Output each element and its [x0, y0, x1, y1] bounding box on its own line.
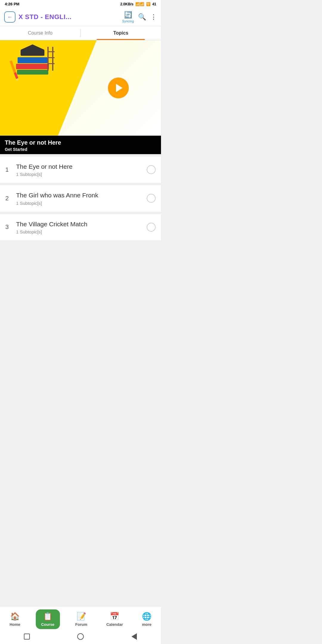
- topic-name-2: The Girl who was Anne Fronk: [16, 191, 143, 199]
- sync-icon: 🔄: [124, 11, 132, 19]
- spacer: [0, 243, 161, 290]
- play-button[interactable]: [108, 78, 129, 98]
- topic-subtopics-2: 1 Subtopic[s]: [16, 201, 143, 206]
- tabs-bar: Course Info Topics: [0, 26, 161, 40]
- status-time: 4:26 PM: [5, 2, 19, 6]
- topic-radio-1[interactable]: [147, 165, 156, 174]
- video-title: The Eye or not Here: [5, 139, 156, 146]
- topic-content-2: The Girl who was Anne Fronk 1 Subtopic[s…: [16, 191, 143, 205]
- topic-item-1[interactable]: 1 The Eye or not Here 1 Subtopic[s]: [0, 157, 161, 183]
- topic-radio-2[interactable]: [147, 194, 156, 203]
- status-right: 2.0KB/s 📶📶 🛜 41: [120, 2, 156, 6]
- tab-course-info[interactable]: Course Info: [0, 26, 80, 40]
- graduation-cap: [21, 50, 44, 56]
- topic-subtopics-1: 1 Subtopic[s]: [16, 172, 143, 177]
- topic-name-3: The Village Cricket Match: [16, 220, 143, 228]
- topic-item-2[interactable]: 2 The Girl who was Anne Fronk 1 Subtopic…: [0, 185, 161, 211]
- book-red: [16, 64, 49, 69]
- status-bar: 4:26 PM 2.0KB/s 📶📶 🛜 41: [0, 0, 161, 8]
- book-blue: [18, 57, 47, 63]
- header: ← X STD - ENGLI... 🔄 Syncing 🔍 ⋮: [0, 8, 161, 26]
- network-speed: 2.0KB/s: [120, 2, 134, 6]
- ladder-icon: [47, 47, 53, 71]
- header-actions: 🔄 Syncing 🔍 ⋮: [122, 11, 157, 23]
- wifi-icon: 🛜: [146, 2, 151, 6]
- topic-number-3: 3: [5, 224, 12, 230]
- topic-list: 1 The Eye or not Here 1 Subtopic[s] 2 Th…: [0, 157, 161, 240]
- topic-radio-3[interactable]: [147, 223, 156, 232]
- video-info: The Eye or not Here Get Started: [0, 136, 161, 154]
- ladder-rung: [49, 63, 55, 64]
- video-thumbnail[interactable]: [0, 40, 161, 136]
- topic-number-2: 2: [5, 195, 12, 202]
- topic-content-3: The Village Cricket Match 1 Subtopic[s]: [16, 220, 143, 234]
- topic-number-1: 1: [5, 166, 12, 173]
- sync-button[interactable]: 🔄 Syncing: [122, 11, 134, 23]
- topic-content-1: The Eye or not Here 1 Subtopic[s]: [16, 162, 143, 177]
- back-icon: ←: [7, 14, 13, 20]
- search-button[interactable]: 🔍: [138, 13, 146, 21]
- sync-label: Syncing: [122, 19, 134, 23]
- topic-name-1: The Eye or not Here: [16, 162, 143, 171]
- tab-topics[interactable]: Topics: [81, 26, 161, 40]
- more-options-button[interactable]: ⋮: [150, 13, 157, 21]
- page-title: X STD - ENGLI...: [18, 13, 119, 21]
- video-banner: The Eye or not Here Get Started: [0, 40, 161, 154]
- video-subtitle: Get Started: [5, 147, 156, 152]
- signal-icons: 📶📶: [135, 2, 144, 6]
- battery-level: 41: [152, 2, 156, 6]
- books-illustration: [16, 50, 49, 75]
- ladder-rung: [49, 57, 55, 58]
- play-icon: [116, 84, 123, 92]
- book-green: [17, 70, 48, 75]
- topic-item-3[interactable]: 3 The Village Cricket Match 1 Subtopic[s…: [0, 214, 161, 240]
- topic-subtopics-3: 1 Subtopic[s]: [16, 229, 143, 234]
- back-button[interactable]: ←: [4, 11, 16, 23]
- ladder-rung: [49, 51, 55, 52]
